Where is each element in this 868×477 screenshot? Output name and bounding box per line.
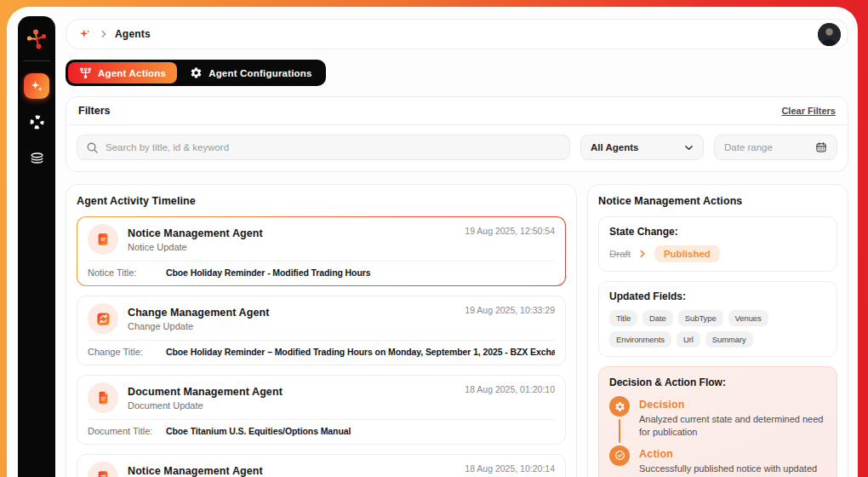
gear-icon <box>190 66 203 79</box>
tab-agent-configurations[interactable]: Agent Configurations <box>179 62 323 83</box>
field-chip: Url <box>677 331 700 348</box>
card-field-value: Cboe Holiday Reminder - Modified Trading… <box>166 267 370 278</box>
sidebar-item-agents[interactable] <box>24 73 49 99</box>
field-chip: Summary <box>705 331 753 348</box>
breadcrumb-home-icon[interactable] <box>78 27 92 41</box>
card-field-label: Notice Title: <box>88 267 157 278</box>
flow-connector <box>619 419 620 443</box>
card-timestamp: 19 Aug 2025, 12:50:54 <box>465 226 555 236</box>
chevron-down-icon <box>684 143 694 152</box>
agent-filter-select[interactable]: All Agents <box>580 135 704 160</box>
search-icon <box>86 141 99 154</box>
decision-action-flow-card: Decision & Action Flow: <box>598 366 837 477</box>
workflow-icon <box>79 66 92 79</box>
field-chip: Environments <box>609 331 671 348</box>
user-avatar[interactable] <box>818 23 841 46</box>
card-agent-name: Document Management Agent <box>128 386 455 398</box>
card-timestamp: 19 Aug 2025, 10:33:29 <box>465 305 555 315</box>
notice-book-icon <box>88 224 118 255</box>
search-box[interactable] <box>77 135 570 160</box>
card-timestamp: 18 Aug 2025, 10:20:14 <box>465 463 555 474</box>
tab-label: Agent Configurations <box>208 68 312 78</box>
app-logo-icon <box>24 26 49 52</box>
flow-step-decision: Decision Analyzed current state and dete… <box>609 396 826 445</box>
notice-book-icon <box>88 462 118 477</box>
state-change-card: State Change: Draft Published <box>598 216 837 272</box>
card-timestamp: 18 Aug 2025, 01:20:10 <box>465 384 555 394</box>
step-desc: Successfully published notice with updat… <box>639 463 826 477</box>
date-range-picker[interactable]: Date range <box>714 135 837 160</box>
notice-management-actions-panel: Notice Management Actions State Change: … <box>587 184 848 477</box>
filters-card: Filters Clear Filters All Agents <box>66 96 848 172</box>
step-desc: Analyzed current state and determined ne… <box>639 413 826 439</box>
clear-filters-link[interactable]: Clear Filters <box>781 106 836 116</box>
flow-label: Decision & Action Flow: <box>609 376 826 388</box>
card-action-type: Change Update <box>128 321 455 331</box>
sidebar-divider <box>23 60 50 61</box>
timeline-card-document-update[interactable]: Document Management Agent Document Updat… <box>77 375 566 445</box>
actions-panel-title: Notice Management Actions <box>598 195 837 207</box>
state-to-badge: Published <box>654 245 720 262</box>
agent-filter-value: All Agents <box>591 142 638 152</box>
field-chip: Venues <box>728 310 768 326</box>
breadcrumb-current[interactable]: Agents <box>115 28 151 40</box>
sidebar-item-hub[interactable] <box>24 109 49 135</box>
timeline-title: Agent Activity Timeline <box>77 195 566 207</box>
flow-step-action: Action Successfully published notice wit… <box>609 445 826 477</box>
field-chip: Date <box>642 310 673 326</box>
document-file-icon <box>88 382 118 413</box>
card-action-type: Document Update <box>128 400 455 411</box>
timeline-card-notice-association[interactable]: Notice Management Agent Notice Associati… <box>77 454 566 477</box>
card-agent-name: Notice Management Agent <box>128 227 455 239</box>
filters-title: Filters <box>78 105 111 117</box>
card-action-type: Notice Update <box>128 242 455 252</box>
card-field-label: Document Title: <box>88 426 157 436</box>
card-field-value: Cboe Titanium U.S. Equities/Options Manu… <box>166 426 351 436</box>
agent-activity-timeline-panel: Agent Activity Timeline Notice Manag <box>66 184 577 477</box>
card-agent-name: Change Management Agent <box>128 307 455 319</box>
chevron-right-icon <box>100 30 108 38</box>
card-field-value: Cboe Holiday Reminder – Modified Trading… <box>166 347 555 357</box>
timeline-card-notice-update[interactable]: Notice Management Agent Notice Update 19… <box>77 216 566 286</box>
check-circle-icon <box>609 445 630 466</box>
change-refresh-icon <box>88 303 118 334</box>
calendar-icon <box>815 141 827 153</box>
ring-hub-icon <box>29 114 45 130</box>
timeline-card-change-update[interactable]: Change Management Agent Change Update 19… <box>77 296 566 365</box>
tab-bar: Agent Actions Agent Configurations <box>66 60 326 86</box>
state-change-label: State Change: <box>609 226 826 238</box>
step-title: Decision <box>639 399 826 411</box>
step-title: Action <box>639 448 826 460</box>
gear-icon <box>609 396 630 417</box>
layers-stack-icon <box>29 150 45 166</box>
card-field-label: Change Title: <box>88 347 157 357</box>
field-chip: SubType <box>678 310 723 326</box>
sparkles-icon <box>29 78 44 94</box>
sidebar-item-layers[interactable] <box>24 145 49 170</box>
chevron-right-icon <box>638 250 647 258</box>
updated-fields-card: Updated Fields: Title Date SubType Venue… <box>598 281 837 357</box>
date-range-placeholder: Date range <box>724 142 773 152</box>
card-agent-name: Notice Management Agent <box>128 465 455 477</box>
updated-fields-label: Updated Fields: <box>609 290 826 302</box>
breadcrumb-bar: Agents <box>66 19 848 49</box>
state-from-badge: Draft <box>609 249 631 259</box>
sidebar <box>18 16 55 477</box>
field-chip: Title <box>609 310 637 326</box>
app-window: Agents Agent Actio <box>7 7 858 477</box>
tab-agent-actions[interactable]: Agent Actions <box>68 62 177 83</box>
search-input[interactable] <box>106 142 561 152</box>
tab-label: Agent Actions <box>98 68 166 78</box>
